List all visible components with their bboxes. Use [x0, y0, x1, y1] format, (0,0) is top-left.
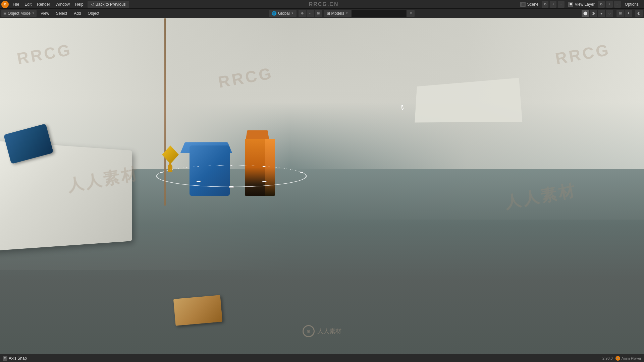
select-button[interactable]: Select — [53, 10, 70, 17]
scene-selector[interactable]: ⬛ Scene — [518, 1, 540, 8]
second-toolbar: ▣ Object Mode ▼ View Select Add Object 🌐… — [0, 9, 644, 18]
render-material-icon[interactable]: ◑ — [590, 10, 597, 17]
view-layer-add-icon[interactable]: + — [606, 1, 613, 8]
anim-player-icon: ▶ — [615, 356, 620, 361]
render-wireframe-icon[interactable]: ○ — [606, 10, 613, 17]
view-layer-settings-icon[interactable]: ⚙ — [598, 1, 605, 8]
models-chevron-icon: ▼ — [345, 12, 348, 15]
object-button[interactable]: Object — [85, 10, 102, 17]
models-search-area: ⊞ Models ▼ ▼ — [324, 10, 415, 17]
view-layer-icon: 🔲 — [568, 2, 573, 7]
top-menu-bar: B File Edit Render Window Help ◁ Back to… — [0, 0, 644, 9]
app-logo: B — [1, 1, 9, 8]
view-layer-selector[interactable]: 🔲 View Layer — [566, 1, 596, 8]
scene-settings-icon[interactable]: ⚙ — [542, 1, 548, 8]
render-viewport-icon[interactable]: ⬤ — [582, 10, 589, 17]
overlay-icon[interactable]: ⊞ — [616, 10, 624, 17]
selection-handle-bottom-right — [261, 181, 267, 182]
gizmo-icon[interactable]: ✦ — [625, 10, 632, 17]
back-arrow-icon: ◁ — [91, 2, 94, 7]
menu-file[interactable]: File — [10, 0, 22, 9]
axis-snap-label: Axis Snap — [9, 356, 27, 361]
viewport-background: RRCG RRCG RRCG 人人素材 人人素材 ⊕ 人人素材 — [0, 18, 644, 354]
global-transform-btn[interactable]: 🌐 Global ▼ — [269, 10, 297, 17]
models-grid-icon: ⊞ — [327, 11, 330, 16]
search-filter-icon[interactable]: ▼ — [407, 10, 415, 17]
add-button[interactable]: Add — [71, 10, 84, 17]
models-dropdown[interactable]: ⊞ Models ▼ — [324, 10, 351, 17]
status-bar: ⊞ Axis Snap 2.90.0 ▶ Anim Player — [0, 354, 644, 362]
scene-icon: ⬛ — [520, 2, 526, 7]
mode-chevron-icon: ▼ — [32, 12, 35, 15]
selection-handle-top — [230, 165, 233, 166]
selection-handle-top-right — [262, 166, 266, 167]
view-layer-remove-icon[interactable]: − — [614, 1, 621, 8]
scene-remove-icon[interactable]: − — [558, 1, 565, 8]
center-toolbar-area: 🌐 Global ▼ ⊕ ○ ⊞ ⊞ Models ▼ ▼ — [103, 10, 580, 17]
selection-handle-left — [159, 172, 165, 173]
snap-controls: ⊕ ○ ⊞ — [299, 10, 322, 17]
search-input[interactable] — [352, 10, 406, 17]
anim-player-label: Anim Player — [622, 356, 641, 360]
menu-window[interactable]: Window — [53, 0, 72, 9]
status-right: 2.90.0 ▶ Anim Player — [602, 356, 641, 361]
axis-snap-icon: ⊞ — [3, 356, 7, 361]
menu-edit[interactable]: Edit — [22, 0, 34, 9]
selection-handle-bottom-left — [196, 181, 202, 182]
object-mode-dropdown[interactable]: ▣ Object Mode ▼ — [1, 10, 37, 17]
anim-player[interactable]: ▶ Anim Player — [615, 356, 641, 361]
render-solid-icon[interactable]: ● — [598, 10, 605, 17]
proportional-edit-icon[interactable]: ○ — [307, 10, 314, 17]
orange-top — [246, 130, 269, 139]
options-button[interactable]: Options — [622, 0, 641, 9]
view-button[interactable]: View — [38, 10, 52, 17]
yellow-body — [162, 145, 179, 164]
viewport-shade-icon[interactable]: ◐ — [635, 10, 643, 17]
app-watermark-title: RRCG.CN — [309, 1, 339, 7]
status-left: ⊞ Axis Snap — [3, 356, 27, 361]
scene-add-icon[interactable]: + — [550, 1, 556, 8]
global-icon: 🌐 — [272, 11, 277, 16]
selection-handle-bottom — [229, 186, 234, 188]
global-chevron-icon: ▼ — [291, 12, 294, 15]
menu-help[interactable]: Help — [72, 0, 86, 9]
back-to-previous-button[interactable]: ◁ Back to Previous — [88, 1, 129, 8]
top-right-area: ⬛ Scene ⚙ + − 🔲 View Layer ⚙ + − Options — [518, 0, 644, 9]
menu-render[interactable]: Render — [34, 0, 53, 9]
transform-icon[interactable]: ⊞ — [315, 10, 322, 17]
wood-piece-object — [173, 295, 222, 326]
snap-icon[interactable]: ⊕ — [299, 10, 306, 17]
version-text: 2.90.0 — [602, 356, 613, 360]
right-toolbar-icons: ⬤ ◑ ● ○ ⊞ ✦ ◐ — [582, 10, 643, 17]
main-viewport[interactable]: RRCG RRCG RRCG 人人素材 人人素材 ⊕ 人人素材 — [0, 18, 644, 354]
